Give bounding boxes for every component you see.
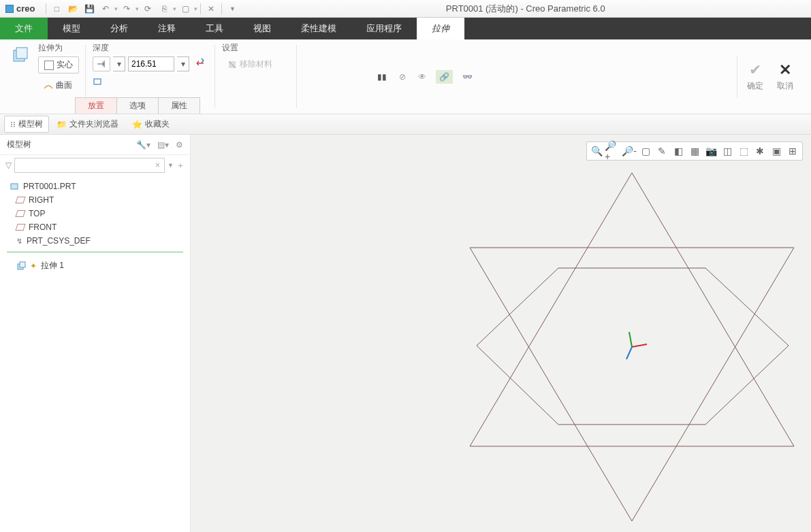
tree-item-csys[interactable]: ↯ PRT_CSYS_DEF xyxy=(7,234,183,248)
tab-view[interactable]: 视图 xyxy=(238,18,286,39)
ok-button[interactable]: ✔ 确定 xyxy=(743,59,767,95)
depth-input[interactable] xyxy=(128,56,174,71)
solid-button[interactable]: 实心 xyxy=(38,56,79,73)
tree-item-top[interactable]: TOP xyxy=(7,207,183,220)
tree-root[interactable]: PRT0001.PRT xyxy=(7,180,183,193)
svg-marker-10 xyxy=(470,173,794,446)
surface-button[interactable]: 曲面 xyxy=(38,78,79,93)
cancel-button[interactable]: ✕ 取消 xyxy=(773,59,797,95)
graphics-canvas[interactable]: 🔍 🔎+ 🔎- ▢ ✎ ◧ ▦ 📷 ◫ ⬚ ✱ ▣ ⊞ X Y Z xyxy=(191,135,811,532)
tree-item-front[interactable]: FRONT xyxy=(7,220,183,234)
model-tree-panel: 模型树 🔧▾ ▤▾ ⚙ ▽ × ▼ ＋ PRT0001.PRT RIGHT xyxy=(0,135,191,532)
dashboard-subtabs: 放置 选项 属性 xyxy=(75,97,200,114)
tree-title: 模型树 xyxy=(7,139,31,150)
part-icon xyxy=(10,182,19,191)
folder-icon: 📁 xyxy=(57,120,67,129)
ribbon-tabs: 文件 模型 分析 注释 工具 视图 柔性建模 应用程序 拉伸 xyxy=(0,18,811,39)
group-settings: 设置 xyxy=(222,42,290,54)
tab-model[interactable]: 模型 xyxy=(48,18,95,39)
navtab-model-tree[interactable]: ⁝⁝ 模型树 xyxy=(4,116,49,133)
extrude-icon xyxy=(16,261,26,271)
insert-here-marker[interactable] xyxy=(7,252,183,252)
preview-controls: ▮▮ ⊘ 👁 🔗 👓 xyxy=(365,39,485,114)
save-icon[interactable]: 💾 xyxy=(82,2,97,16)
eye-preview-icon[interactable]: 👁 xyxy=(415,69,429,84)
add-filter-icon[interactable]: ＋ xyxy=(176,160,185,171)
tree-icon: ⁝⁝ xyxy=(10,120,16,129)
subtab-options[interactable]: 选项 xyxy=(116,97,159,114)
qat-dropdown-icon[interactable]: ▼ xyxy=(225,2,240,16)
svg-rect-1 xyxy=(16,48,27,59)
logo-text: creo xyxy=(16,3,35,14)
ribbon: 拉伸为 实心 曲面 深度 ▾ ▾ xyxy=(0,39,811,114)
plane-icon xyxy=(15,224,25,231)
svg-rect-4 xyxy=(94,79,101,84)
csys-icon: ↯ xyxy=(16,237,22,246)
svg-rect-7 xyxy=(11,184,18,189)
tab-analysis[interactable]: 分析 xyxy=(95,18,143,39)
work-area: 模型树 🔧▾ ▤▾ ⚙ ▽ × ▼ ＋ PRT0001.PRT RIGHT xyxy=(0,135,811,532)
svg-line-14 xyxy=(629,332,632,347)
quick-access-toolbar: □ 📂 💾 ↶ ▾ ↷ ▾ ⟳ ⎘ ▾ ▢ ▾ ✕ ▼ xyxy=(40,2,240,16)
navtab-folder-browser[interactable]: 📁 文件夹浏览器 xyxy=(50,116,125,133)
title-bar: creo □ 📂 💾 ↶ ▾ ↷ ▾ ⟳ ⎘ ▾ ▢ ▾ ✕ ▼ PRT0001… xyxy=(0,0,811,18)
plane-icon xyxy=(15,197,25,203)
close-icon[interactable]: ✕ xyxy=(204,2,219,16)
subtab-properties[interactable]: 属性 xyxy=(158,97,200,114)
redo-icon[interactable]: ↷ xyxy=(119,2,134,16)
open-icon[interactable]: 📂 xyxy=(65,2,80,16)
sketch-geometry xyxy=(191,135,811,532)
tab-tools[interactable]: 工具 xyxy=(191,18,238,39)
surface-icon xyxy=(44,82,53,90)
filter-icon[interactable]: ▽ xyxy=(5,161,12,170)
warning-icon: ✦ xyxy=(30,261,37,271)
depth-type-button[interactable] xyxy=(93,56,110,71)
app-logo: creo xyxy=(0,3,40,14)
thin-icon[interactable] xyxy=(93,79,104,88)
tree-item-right[interactable]: RIGHT xyxy=(7,193,183,207)
copy-icon[interactable]: ⎘ xyxy=(157,2,172,16)
star-icon: ⭐ xyxy=(132,120,142,129)
tab-annotate[interactable]: 注释 xyxy=(143,18,191,39)
tree-filter-input[interactable]: × xyxy=(14,158,165,173)
undo-icon[interactable]: ↶ xyxy=(98,2,113,16)
svg-line-15 xyxy=(626,347,632,359)
tree-settings-icon[interactable]: ⚙ xyxy=(176,140,183,150)
group-extrude-as: 拉伸为 xyxy=(38,42,79,54)
svg-rect-9 xyxy=(20,262,25,267)
tree-item-extrude[interactable]: ✦ 拉伸 1 xyxy=(7,256,183,273)
remove-material-icon xyxy=(227,60,237,69)
attach-preview-icon[interactable]: 🔗 xyxy=(436,70,453,84)
navigator-tabs: ⁝⁝ 模型树 📁 文件夹浏览器 ⭐ 收藏夹 xyxy=(0,114,811,135)
glasses-icon[interactable]: 👓 xyxy=(460,69,475,84)
svg-marker-11 xyxy=(470,248,794,521)
plane-icon xyxy=(15,210,25,217)
tree-display-icon[interactable]: ▤▾ xyxy=(157,140,169,150)
solid-icon xyxy=(44,61,54,70)
tree-tools-icon[interactable]: 🔧▾ xyxy=(136,140,150,150)
filter-dropdown-icon[interactable]: ▼ xyxy=(168,162,174,169)
tab-extrude[interactable]: 拉伸 xyxy=(417,18,464,39)
depth-blind-icon xyxy=(96,59,107,69)
window-title: PRT0001 (活动的) - Creo Parametric 6.0 xyxy=(240,3,811,15)
confirm-group: ✔ 确定 ✕ 取消 xyxy=(737,39,811,114)
clear-filter-icon[interactable]: × xyxy=(155,161,160,170)
flip-direction-icon[interactable] xyxy=(195,58,206,71)
remove-material-button[interactable]: 移除材料 xyxy=(222,56,290,72)
depth-type-dropdown[interactable]: ▾ xyxy=(113,56,125,71)
logo-icon xyxy=(5,5,14,13)
navtab-favorites[interactable]: ⭐ 收藏夹 xyxy=(126,116,176,133)
pause-icon[interactable]: ▮▮ xyxy=(375,69,389,84)
check-icon: ✔ xyxy=(749,61,761,79)
model-tree: PRT0001.PRT RIGHT TOP FRONT ↯ PRT_CSYS_D… xyxy=(0,176,190,278)
no-preview-icon[interactable]: ⊘ xyxy=(396,69,409,84)
x-icon: ✕ xyxy=(779,61,791,79)
new-icon[interactable]: □ xyxy=(49,2,64,16)
subtab-placement[interactable]: 放置 xyxy=(75,97,117,114)
windows-icon[interactable]: ▢ xyxy=(178,2,193,16)
depth-value-dropdown[interactable]: ▾ xyxy=(177,56,189,71)
regen-icon[interactable]: ⟳ xyxy=(140,2,155,16)
tab-file[interactable]: 文件 xyxy=(0,18,48,39)
tab-apps[interactable]: 应用程序 xyxy=(351,18,417,39)
tab-flex[interactable]: 柔性建模 xyxy=(286,18,351,39)
